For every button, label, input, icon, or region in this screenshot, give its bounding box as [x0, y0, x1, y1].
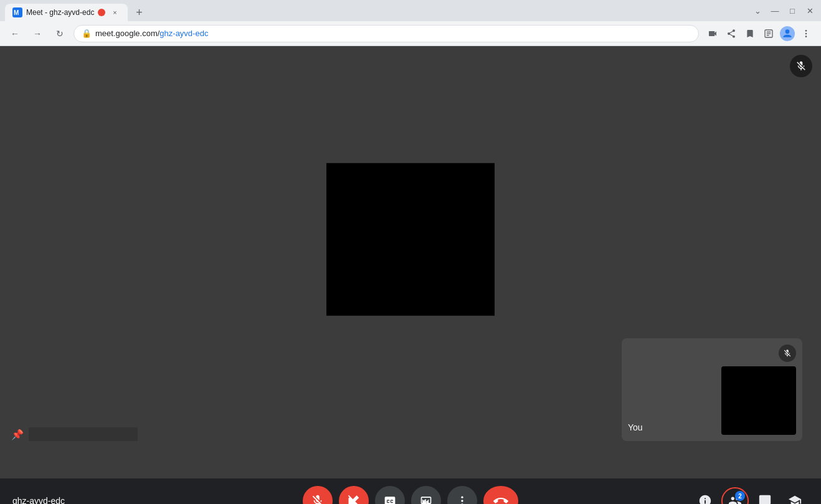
tab-area: M Meet - ghz-ayvd-edc × + — [5, 0, 747, 21]
window-controls: ⌄ — □ ✕ — [751, 4, 816, 17]
mic-toggle-button[interactable] — [303, 486, 333, 504]
share-toolbar-icon[interactable] — [723, 25, 740, 42]
self-video-feed — [721, 366, 796, 435]
self-view-content: You — [628, 362, 796, 435]
svg-point-10 — [461, 497, 463, 498]
activities-button[interactable] — [781, 487, 809, 504]
svg-point-6 — [785, 29, 790, 34]
end-call-button[interactable] — [483, 486, 518, 504]
self-view-label: You — [628, 422, 643, 432]
window-maximize-button[interactable]: □ — [786, 4, 799, 17]
svg-point-9 — [805, 36, 807, 37]
url-text: meet.google.com/ghz-ayvd-edc — [95, 29, 208, 38]
title-bar: M Meet - ghz-ayvd-edc × + ⌄ — □ ✕ — [0, 0, 821, 21]
info-button[interactable] — [691, 487, 719, 504]
recording-indicator — [98, 9, 105, 16]
camera-toolbar-icon[interactable] — [704, 25, 721, 42]
svg-point-11 — [461, 500, 463, 502]
svg-point-7 — [805, 30, 807, 32]
top-mic-muted-button[interactable] — [790, 55, 812, 77]
more-options-button[interactable] — [447, 486, 477, 504]
tab-close-button[interactable]: × — [109, 7, 120, 18]
back-button[interactable]: ← — [6, 25, 24, 42]
self-view-header — [628, 345, 796, 362]
svg-rect-5 — [767, 35, 769, 36]
self-view-pip[interactable]: You — [622, 338, 802, 441]
present-button[interactable] — [411, 486, 441, 504]
lock-icon: 🔒 — [82, 29, 92, 38]
reload-button[interactable]: ↻ — [51, 25, 69, 42]
chat-button[interactable] — [751, 487, 779, 504]
more-toolbar-button[interactable] — [797, 25, 815, 42]
pin-icon: 📌 — [11, 429, 24, 440]
camera-toggle-button[interactable] — [339, 486, 369, 504]
self-mic-muted-icon — [779, 345, 796, 362]
captions-button[interactable] — [375, 486, 405, 504]
profile-avatar — [780, 26, 795, 41]
meeting-controls — [303, 486, 518, 504]
right-controls: 2 — [691, 487, 809, 504]
meet-area: 📌 You — [0, 46, 821, 478]
svg-point-8 — [805, 32, 807, 34]
participants-button[interactable]: 2 — [721, 487, 749, 504]
svg-rect-3 — [767, 31, 771, 32]
bookmark-toolbar-icon[interactable] — [741, 25, 759, 42]
main-video — [326, 163, 495, 316]
tab-search-toolbar-icon[interactable] — [760, 25, 777, 42]
pin-area: 📌 — [11, 427, 138, 441]
url-base: meet.google.com/ — [95, 29, 159, 38]
profile-button[interactable] — [779, 25, 796, 42]
window-minimize-button[interactable]: — — [769, 4, 781, 17]
browser-frame: M Meet - ghz-ayvd-edc × + ⌄ — □ ✕ ← → ↻ … — [0, 0, 821, 46]
meeting-code-label: ghz-ayvd-edc — [12, 496, 65, 504]
tab-title: Meet - ghz-ayvd-edc — [26, 8, 94, 17]
window-close-button[interactable]: ✕ — [804, 4, 816, 17]
svg-text:M: M — [14, 9, 19, 16]
url-path: ghz-ayvd-edc — [159, 29, 208, 38]
new-tab-button[interactable]: + — [130, 4, 148, 21]
browser-toolbar — [704, 25, 815, 42]
address-bar[interactable]: 🔒 meet.google.com/ghz-ayvd-edc — [74, 25, 699, 42]
participants-badge: 2 — [735, 491, 745, 501]
meet-favicon: M — [12, 7, 22, 17]
window-restore-button[interactable]: ⌄ — [751, 4, 764, 17]
bottom-bar: ghz-ayvd-edc — [0, 478, 821, 504]
forward-button[interactable]: → — [29, 25, 46, 42]
participant-name-bar — [29, 427, 138, 441]
svg-rect-4 — [767, 33, 771, 34]
active-tab[interactable]: M Meet - ghz-ayvd-edc × — [5, 4, 128, 21]
address-bar-row: ← → ↻ 🔒 meet.google.com/ghz-ayvd-edc — [0, 21, 821, 46]
